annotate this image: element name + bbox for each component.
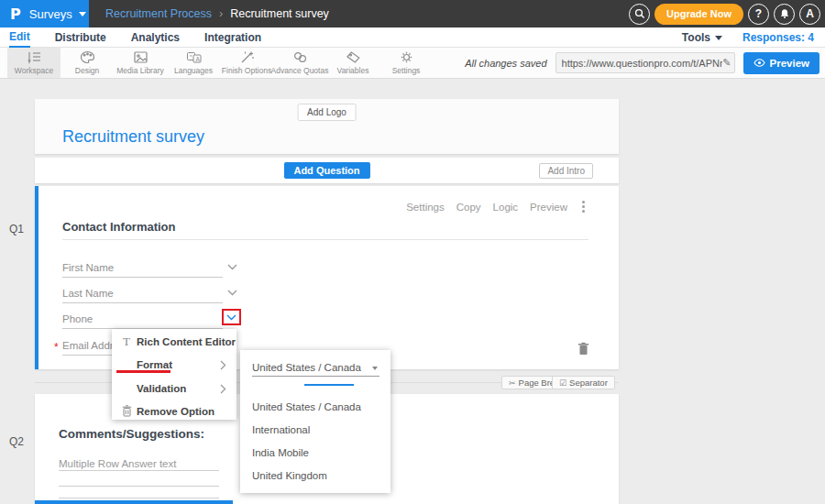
- chevron-down-icon[interactable]: [227, 290, 237, 296]
- tab-analytics[interactable]: Analytics: [131, 27, 180, 48]
- toolbar-right: All changes saved Preview: [465, 48, 820, 78]
- question-actions: Settings Copy Logic Preview: [406, 200, 588, 214]
- contact-field-phone[interactable]: Phone: [62, 310, 223, 329]
- breadcrumb-folder[interactable]: Recruitment Process: [105, 7, 212, 20]
- format-option-us-canada[interactable]: United States / Canada: [252, 401, 361, 412]
- bell-icon: [779, 8, 790, 19]
- responses-link[interactable]: Responses: 4: [742, 31, 814, 44]
- separator-button[interactable]: Separator: [552, 376, 615, 389]
- toolbar-item-label: Workspace: [15, 66, 53, 75]
- more-options-icon[interactable]: [579, 200, 588, 214]
- toolbar-item-variables[interactable]: Variables: [326, 48, 380, 78]
- format-option-united-kingdom[interactable]: United Kingdom: [252, 470, 327, 481]
- nav-right: Tools Responses: 4: [682, 27, 814, 48]
- toolbar-item-media-library[interactable]: Media Library: [114, 48, 167, 78]
- format-option-india-mobile[interactable]: India Mobile: [252, 447, 309, 458]
- add-logo-button[interactable]: Add Logo: [297, 104, 357, 121]
- product-name: Surveys: [29, 7, 72, 21]
- section-tabs: Edit Distribute Analytics Integration: [9, 27, 261, 48]
- question-settings-link[interactable]: Settings: [406, 202, 445, 213]
- surveys-menu[interactable]: P Surveys: [0, 0, 89, 27]
- toolbar-item-settings[interactable]: Settings: [380, 48, 433, 78]
- upgrade-now-button[interactable]: Upgrade Now: [654, 4, 743, 25]
- toolbar-item-workspace[interactable]: Workspace: [7, 48, 60, 78]
- avatar[interactable]: A: [799, 4, 820, 25]
- section-nav: Edit Distribute Analytics Integration To…: [0, 27, 825, 48]
- help-button[interactable]: ?: [748, 4, 769, 25]
- toolbar-item-advance-quotas[interactable]: Advance Quotas: [273, 48, 326, 78]
- toolbar-item-label: Media Library: [116, 66, 164, 75]
- autosave-status: All changes saved: [465, 58, 546, 69]
- menu-item-rich-content-editor[interactable]: T Rich Content Editor: [112, 334, 236, 352]
- add-question-button[interactable]: Add Question: [283, 162, 369, 179]
- search-button[interactable]: [629, 4, 650, 25]
- tab-distribute[interactable]: Distribute: [55, 27, 106, 48]
- survey-editor-app: P Surveys Recruitment Process › Recruitm…: [0, 0, 825, 504]
- toolbar-tabs: Workspace Design Media Library *A Langua…: [7, 48, 433, 78]
- svg-text:*: *: [190, 54, 192, 60]
- toolbar-item-label: Variables: [337, 66, 369, 75]
- menu-item-remove-option[interactable]: Remove Option: [112, 403, 236, 422]
- palette-icon: [80, 50, 95, 64]
- tag-icon: [346, 50, 361, 64]
- question-number-q2: Q2: [9, 435, 24, 448]
- preview-button[interactable]: Preview: [743, 52, 820, 74]
- trash-icon: [578, 342, 589, 356]
- option-context-menu: T Rich Content Editor Format Validation …: [112, 329, 236, 420]
- header-actions: Upgrade Now ? A: [629, 0, 820, 27]
- toolbar-item-label: Finish Options: [222, 66, 271, 75]
- toolbar-item-label: Languages: [174, 66, 213, 75]
- workspace-icon: [27, 50, 42, 64]
- contact-field-last-name[interactable]: Last Name: [62, 284, 223, 303]
- svg-text:A: A: [195, 56, 200, 62]
- tab-edit[interactable]: Edit: [9, 27, 30, 48]
- toolbar-item-label: Advance Quotas: [271, 66, 329, 75]
- toolbar-item-finish-options[interactable]: Finish Options: [220, 48, 273, 78]
- chevron-right-icon: [220, 360, 226, 370]
- gear-icon: [399, 50, 414, 64]
- answer-line: [59, 486, 219, 487]
- add-question-row: Add Question Add Intro: [35, 158, 619, 183]
- eye-icon: [754, 59, 765, 67]
- breadcrumb: Recruitment Process › Recruitment survey: [105, 0, 329, 27]
- survey-title[interactable]: Recruitment survey: [62, 127, 204, 147]
- chevron-right-icon: [220, 384, 226, 394]
- toolbar-item-languages[interactable]: *A Languages: [167, 48, 220, 78]
- required-marker: *: [54, 341, 59, 354]
- toolbar-item-design[interactable]: Design: [60, 48, 114, 78]
- question-title-rule: [62, 239, 588, 240]
- notifications-button[interactable]: [774, 4, 795, 25]
- survey-url-input[interactable]: [562, 58, 723, 69]
- question-copy-link[interactable]: Copy: [456, 202, 481, 213]
- tools-menu[interactable]: Tools: [682, 31, 722, 44]
- delete-question-button[interactable]: [578, 342, 589, 358]
- menu-item-label: Validation: [137, 383, 186, 394]
- menu-item-validation[interactable]: Validation: [112, 380, 236, 399]
- tab-integration[interactable]: Integration: [204, 27, 261, 48]
- answer-line: [59, 498, 219, 499]
- chevron-down-icon: [715, 36, 722, 40]
- format-submenu: United States / Canada United States / C…: [240, 350, 390, 493]
- question-title-q1[interactable]: Contact Information: [62, 220, 176, 234]
- phone-format-select[interactable]: United States / Canada: [252, 359, 380, 377]
- select-focus-indicator: [304, 384, 354, 386]
- selected-element-edge: [35, 500, 233, 504]
- format-option-international[interactable]: International: [252, 424, 310, 435]
- add-intro-button[interactable]: Add Intro: [539, 163, 593, 179]
- tools-label: Tools: [682, 31, 710, 44]
- breadcrumb-current: Recruitment survey: [230, 7, 329, 20]
- contact-field-first-name[interactable]: First Name: [62, 258, 223, 278]
- question-preview-link[interactable]: Preview: [530, 202, 567, 213]
- chevron-down-icon-active[interactable]: [226, 314, 236, 321]
- edit-url-icon[interactable]: [722, 57, 731, 69]
- chevron-down-icon[interactable]: [227, 264, 237, 270]
- breadcrumb-separator-icon: ›: [219, 7, 223, 20]
- toolbar-item-label: Settings: [392, 66, 421, 75]
- field-label: Phone: [62, 313, 93, 324]
- multirow-answer-field[interactable]: Multiple Row Answer text: [59, 456, 219, 471]
- question-title-q2[interactable]: Comments/Suggestions:: [59, 427, 204, 441]
- question-logic-link[interactable]: Logic: [493, 202, 519, 213]
- menu-item-label: Remove Option: [137, 406, 214, 417]
- toolbar-item-label: Design: [75, 66, 99, 75]
- survey-url-box: [556, 52, 735, 73]
